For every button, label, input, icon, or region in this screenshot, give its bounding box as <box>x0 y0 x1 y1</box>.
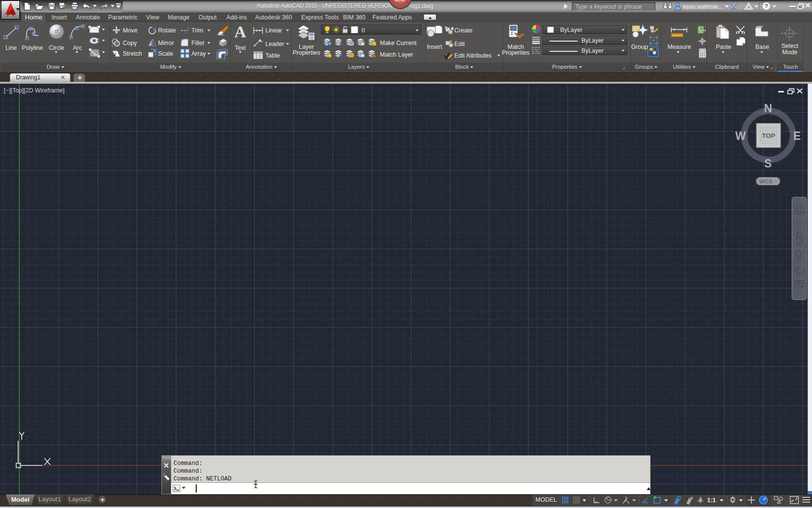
svg-text:N: N <box>764 102 772 115</box>
svg-text:W: W <box>735 130 746 142</box>
svg-text:E: E <box>793 130 800 142</box>
svg-text:?: ? <box>765 3 768 10</box>
svg-text:TOP: TOP <box>762 132 775 139</box>
svg-text:S: S <box>764 157 771 170</box>
